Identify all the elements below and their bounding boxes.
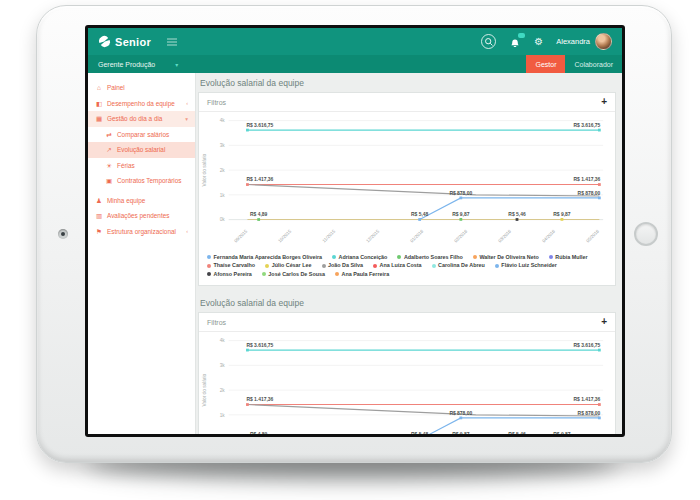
legend-item[interactable]: Adriana Conceição — [332, 254, 387, 260]
salary-evolution-chart-2[interactable]: 4k3k2k1k0kValor do salário09/201510/2015… — [199, 332, 615, 434]
team-icon: ♟ — [95, 197, 103, 204]
sidebar-item-label: Comparar salários — [117, 131, 169, 138]
svg-text:R$ 1.417,36: R$ 1.417,36 — [246, 398, 273, 403]
legend-item[interactable]: Adalberto Soares Filho — [397, 254, 463, 260]
sidebar-item-label: Evolução salarial — [117, 146, 165, 153]
svg-text:02/2016: 02/2016 — [453, 228, 468, 243]
series-name: José Carlos De Sousa — [268, 271, 325, 277]
org-structure-icon: ⚑ — [95, 228, 103, 235]
svg-text:R$ 3.616,75: R$ 3.616,75 — [573, 123, 600, 128]
legend-item[interactable]: Ana Paula Ferreira — [335, 271, 389, 277]
sidebar-item-evolucao-salarial[interactable]: ↗ Evolução salarial — [88, 142, 195, 158]
svg-text:R$ 1.417,36: R$ 1.417,36 — [573, 398, 600, 403]
sidebar-item-label: Férias — [117, 162, 135, 169]
sidebar-item-desempenho[interactable]: ◧ Desempenho da equipe ‹ — [88, 96, 195, 112]
sidebar-item-avaliacoes-pendentes[interactable]: ▥ Avaliações pendentes — [88, 208, 195, 224]
tablet-camera — [58, 229, 68, 239]
legend-item[interactable]: Walter De Oliveira Neto — [473, 254, 539, 260]
sidebar-item-comparar-salarios[interactable]: ⇄ Comparar salários — [88, 127, 195, 143]
svg-text:11/2015: 11/2015 — [321, 228, 336, 243]
series-name: Afonso Pereira — [214, 271, 252, 277]
brand-name: Senior — [115, 36, 151, 48]
sidebar-item-estrutura-organizacional[interactable]: ⚑ Estrutura organizacional ‹ — [88, 224, 195, 240]
svg-text:R$ 9,87: R$ 9,87 — [553, 212, 571, 217]
svg-text:R$ 878,00: R$ 878,00 — [449, 191, 472, 196]
legend-item[interactable]: Thaíse Carvalho — [207, 262, 255, 268]
settings-button[interactable]: ⚙ — [534, 37, 543, 47]
svg-text:Valor do salário: Valor do salário — [202, 153, 207, 186]
sidebar-item-minha-equipe[interactable]: ♟ Minha equipe — [88, 193, 195, 209]
menu-icon[interactable] — [167, 38, 177, 46]
sidebar-item-painel[interactable]: ⌂ Painel — [88, 80, 195, 96]
header-actions: ⚙ Alexandra — [481, 33, 612, 50]
series-marker — [373, 264, 377, 268]
series-name: Adriana Conceição — [339, 254, 388, 260]
tab-gestor[interactable]: Gestor — [526, 55, 565, 73]
salary-evolution-chart[interactable]: 4k3k2k1k0kValor do salário09/201510/2015… — [199, 112, 615, 252]
page-title: Evolução salarial da equipe — [196, 73, 622, 92]
legend-item[interactable]: Rúbia Muller — [549, 254, 588, 260]
legend-item[interactable]: João Da Silva — [322, 262, 364, 268]
svg-text:R$ 5,46: R$ 5,46 — [508, 433, 526, 434]
svg-text:R$ 3.616,75: R$ 3.616,75 — [246, 343, 273, 348]
add-filter-button[interactable]: + — [601, 318, 607, 326]
legend-item[interactable]: Júlio César Lee — [265, 262, 311, 268]
svg-text:R$ 9,87: R$ 9,87 — [452, 433, 470, 434]
legend-item[interactable]: Fernanda Maria Aparecida Borges Oliveira — [207, 254, 322, 260]
notifications-button[interactable] — [509, 36, 521, 48]
filters-label: Filtros — [207, 99, 226, 106]
chevron-down-icon: ▾ — [185, 116, 188, 122]
series-name: Flávio Luiz Schneider — [501, 262, 556, 268]
add-filter-button[interactable]: + — [601, 98, 607, 106]
chevron-down-icon: ▾ — [175, 61, 178, 68]
svg-text:Valor do salário: Valor do salário — [202, 374, 207, 407]
svg-text:03/2016: 03/2016 — [497, 228, 512, 243]
vacation-icon: ☀ — [105, 162, 113, 169]
legend-item[interactable]: Afonso Pereira — [207, 271, 252, 277]
legend-item[interactable]: Carolina De Abreu — [432, 262, 485, 268]
salary-chart-card-2: Filtros + 4k3k2k1k0kValor do salário09/2… — [198, 312, 616, 434]
sidebar-item-gestao-dia-a-dia[interactable]: ▦ Gestão do dia a dia ▾ — [88, 111, 195, 127]
svg-text:2k: 2k — [220, 388, 226, 393]
sidebar-item-contratos-temporarios[interactable]: ▣ Contratos Temporários — [88, 173, 195, 189]
app-header: Senior — [88, 28, 622, 55]
series-marker — [432, 264, 436, 268]
sidebar-item-ferias[interactable]: ☀ Férias — [88, 158, 195, 174]
svg-text:05/2016: 05/2016 — [585, 228, 600, 243]
series-marker — [495, 264, 499, 268]
chart-line-icon: ↗ — [105, 146, 113, 153]
series-marker — [322, 264, 326, 268]
series-marker — [473, 255, 477, 259]
svg-text:R$ 5,48: R$ 5,48 — [411, 212, 429, 217]
chevron-icon: ‹ — [186, 228, 188, 234]
legend-item[interactable]: José Carlos De Sousa — [262, 271, 325, 277]
svg-text:01/2016: 01/2016 — [409, 228, 424, 243]
svg-text:09/2015: 09/2015 — [233, 228, 248, 243]
day-to-day-icon: ▦ — [95, 115, 103, 122]
role-selector[interactable]: Gerente Produção — [98, 61, 155, 68]
sidebar-item-label: Contratos Temporários — [117, 177, 182, 184]
search-icon — [484, 37, 494, 47]
scene: Senior — [0, 0, 700, 500]
series-marker — [207, 264, 211, 268]
salary-chart-card: Filtros + 4k3k2k1k0kValor do salário09/2… — [198, 92, 616, 286]
series-marker — [265, 264, 269, 268]
user-menu[interactable]: Alexandra — [556, 33, 612, 50]
svg-text:R$ 4,89: R$ 4,89 — [250, 212, 268, 217]
sidebar-item-label: Avaliações pendentes — [107, 212, 169, 219]
svg-text:4k: 4k — [220, 339, 226, 344]
search-button[interactable] — [481, 34, 496, 49]
legend-item[interactable]: Ana Luíza Costa — [373, 262, 421, 268]
series-name: Walter De Oliveira Neto — [479, 254, 538, 260]
tab-colaborador[interactable]: Colaborador — [565, 55, 622, 73]
svg-text:R$ 5,46: R$ 5,46 — [508, 212, 526, 217]
svg-text:R$ 878,00: R$ 878,00 — [578, 191, 601, 196]
series-name: Ana Paula Ferreira — [342, 271, 390, 277]
contract-icon: ▣ — [105, 177, 113, 184]
svg-text:R$ 3.616,75: R$ 3.616,75 — [573, 343, 600, 348]
series-name: Ana Luíza Costa — [380, 262, 422, 268]
svg-text:3k: 3k — [220, 143, 226, 148]
camera-lens — [61, 232, 65, 236]
sidebar-item-label: Painel — [107, 84, 125, 91]
legend-item[interactable]: Flávio Luiz Schneider — [495, 262, 557, 268]
